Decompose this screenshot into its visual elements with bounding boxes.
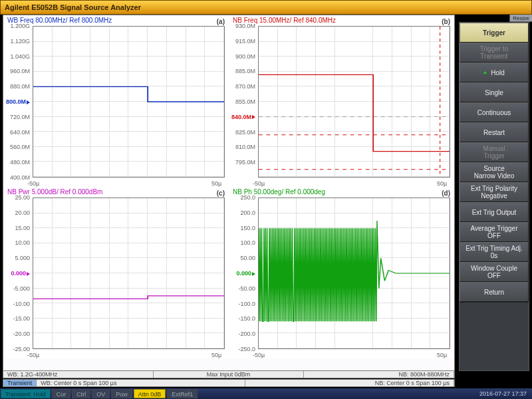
y-tick-label: -25.00	[5, 346, 30, 352]
panel-c-trace	[33, 198, 224, 348]
status-wb-span: WB: 1.2G-400MHz	[3, 371, 154, 378]
panel-b-trace	[259, 27, 450, 177]
y-tick-label: 150.0	[230, 225, 255, 231]
softkey-0: Trigger to Transient	[460, 43, 529, 63]
y-tick-label: 1.120G	[5, 38, 30, 45]
y-tick-label: 885.0M	[230, 68, 255, 74]
softkey-sidebar: Trigger Trigger to TransientHoldSingleCo…	[459, 22, 529, 371]
y-tick-label: 825.0M	[230, 129, 255, 136]
panel-b-grid[interactable]	[258, 26, 450, 178]
pill-extref: ExtRef1	[167, 389, 198, 398]
sidebar-fill	[460, 302, 529, 370]
softkey-label: Source Narrow Video	[474, 165, 514, 180]
y-tick-label: 900.0M	[230, 53, 255, 60]
panel-a-trace	[33, 27, 224, 177]
y-tick-label: 1.040G	[5, 53, 30, 60]
y-tick-label: 20.00	[5, 209, 30, 216]
y-tick-label: 840.0M	[230, 114, 255, 120]
plot-area: WB Freq 80.00MHz/ Ref 800.0MHz (a) 1.200…	[3, 15, 455, 371]
y-tick-label: 640.0M	[5, 129, 30, 136]
softkey-3[interactable]: Continuous	[460, 102, 529, 122]
y-tick-label: 0.000	[230, 270, 255, 277]
softkey-8[interactable]: Ext Trig Output	[460, 202, 529, 222]
softkey-label: Ext Trig Timing Adj. 0s	[466, 245, 523, 259]
y-tick-label: 480.0M	[5, 159, 30, 166]
softkey-2[interactable]: Single	[460, 82, 529, 102]
y-tick-label: 200.0	[230, 209, 255, 216]
pill-attn: Attn 0dB	[134, 389, 166, 398]
y-tick-label: 0.000	[5, 270, 30, 277]
softkey-label: Return	[484, 289, 504, 296]
panel-a-letter: (a)	[217, 18, 225, 25]
y-tick-label: 5.000	[5, 255, 30, 261]
softkey-label: Manual Trigger	[483, 145, 505, 160]
softkey-10[interactable]: Ext Trig Timing Adj. 0s	[460, 242, 529, 262]
softkey-6[interactable]: Source Narrow Video	[460, 162, 529, 182]
y-tick-label: 800.0M	[5, 98, 30, 105]
y-tick-label: 870.0M	[230, 83, 255, 90]
x-left-label: -50µ	[253, 180, 265, 187]
y-tick-label: 880.0M	[5, 83, 30, 90]
status-transient-badge: Transient	[3, 380, 37, 386]
x-left-label: -50µ	[253, 352, 265, 358]
pill-pow: Pow	[111, 389, 132, 398]
x-right-label: 50µ	[437, 180, 447, 187]
softkey-header: Trigger	[460, 23, 529, 43]
panel-b: NB Freq 15.00MHz/ Ref 840.0MHz (b) 930.0…	[229, 15, 454, 187]
y-tick-label: 810.0M	[230, 144, 255, 150]
status-row-span: WB: 1.2G-400MHz Max Input 0dBm NB: 800M-…	[3, 370, 455, 378]
y-tick-label: -250.0	[230, 346, 255, 352]
softkey-12[interactable]: Return	[460, 282, 529, 302]
softkey-4[interactable]: Restart	[460, 122, 529, 142]
y-tick-label: 855.0M	[230, 98, 255, 105]
panel-d-letter: (d)	[442, 190, 450, 197]
y-tick-label: 50.00	[230, 255, 255, 261]
panel-a-grid[interactable]	[33, 26, 225, 178]
status-nb-span: NB: 800M-880MHz	[304, 371, 454, 378]
x-left-label: -50µ	[27, 180, 39, 187]
softkey-7[interactable]: Ext Trig Polarity Negative	[460, 182, 529, 202]
status-row-center: Transient WB: Center 0 s Span 100 µs NB:…	[3, 379, 455, 387]
softkey-1[interactable]: Hold	[460, 63, 529, 82]
y-tick-label: 915.0M	[230, 38, 255, 45]
softkey-11[interactable]: Window Couple OFF	[460, 262, 529, 282]
status-max-input: Max Input 0dBm	[154, 371, 304, 378]
y-tick-label: 100.0	[230, 239, 255, 246]
x-left-label: -50µ	[27, 352, 39, 358]
clock-text: 2016-07-27 17:37	[479, 390, 532, 397]
y-tick-label: 720.0M	[5, 114, 30, 120]
pill-cor: Cor	[52, 389, 71, 398]
panel-c: NB Pwr 5.000dB/ Ref 0.000dBm (c) 25.0020…	[3, 187, 229, 358]
softkey-label: Trigger to Transient	[480, 45, 508, 60]
pill-ctrl: Ctrl	[72, 389, 90, 398]
panel-a: WB Freq 80.00MHz/ Ref 800.0MHz (a) 1.200…	[3, 15, 229, 187]
y-tick-label: 560.0M	[5, 144, 30, 150]
panel-c-grid[interactable]	[33, 198, 225, 349]
panel-c-letter: (c)	[217, 190, 225, 197]
x-right-label: 50µ	[211, 352, 221, 358]
status-nb-center: NB: Center 0 s Span 100 µs	[245, 380, 454, 386]
panel-d-grid[interactable]	[258, 198, 450, 349]
y-tick-label: 15.00	[5, 225, 30, 231]
y-tick-label: -10.00	[5, 301, 30, 307]
y-tick-label: 930.0M	[230, 23, 255, 29]
panel-d-trace	[259, 198, 450, 348]
pill-transient-hold: Transient: Hold	[1, 389, 51, 398]
y-tick-label: -20.00	[5, 331, 30, 337]
softkey-9[interactable]: Average Trigger OFF	[460, 222, 529, 242]
softkey-label: Ext Trig Output	[472, 209, 517, 216]
y-tick-label: 795.0M	[230, 159, 255, 166]
softkey-5: Manual Trigger	[460, 142, 529, 162]
y-tick-label: 1.200G	[5, 23, 30, 29]
y-tick-label: -100.0	[230, 301, 255, 307]
status-wb-center: WB: Center 0 s Span 100 µs	[37, 380, 245, 386]
y-tick-label: -15.00	[5, 315, 30, 322]
y-tick-label: 960.0M	[5, 68, 30, 74]
pill-ov: OV	[92, 389, 110, 398]
y-tick-label: 25.00	[5, 194, 30, 201]
panel-d: NB Ph 50.00deg/ Ref 0.000deg (d) 250.020…	[229, 187, 454, 358]
x-right-label: 50µ	[211, 180, 221, 187]
resize-button[interactable]: Resize	[509, 15, 532, 22]
y-tick-label: 250.0	[230, 194, 255, 201]
softkey-label: Window Couple OFF	[471, 265, 517, 279]
